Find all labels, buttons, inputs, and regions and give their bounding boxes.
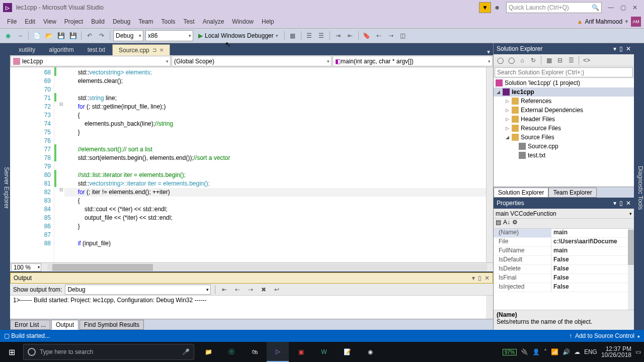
start-debugger-button[interactable]: ▶ Local Windows Debugger ▾ <box>195 32 281 39</box>
property-row[interactable]: IsDefaultFalse <box>494 256 634 265</box>
uncomment-icon[interactable]: ☰ <box>316 31 327 41</box>
wifi-icon[interactable]: 📶 <box>551 348 558 355</box>
power-icon[interactable]: 🔌 <box>521 348 528 355</box>
notifications-icon[interactable]: ▭ <box>635 348 641 355</box>
user-name[interactable]: Arif Mahmood <box>585 18 622 25</box>
properties-header[interactable]: Properties ▾▯✕ <box>494 198 634 209</box>
menu-edit[interactable]: Edit <box>21 17 39 26</box>
minimize-button[interactable]: — <box>605 2 617 13</box>
new-item-icon[interactable]: 📄 <box>32 31 42 41</box>
out-icon-2[interactable]: ⇠ <box>232 285 243 295</box>
user-avatar[interactable]: AM <box>631 17 641 27</box>
start-button[interactable]: ⊞ <box>0 342 23 362</box>
fold-column[interactable]: ⊟⊟ <box>58 67 64 262</box>
menu-project[interactable]: Project <box>60 17 87 26</box>
source-control-button[interactable]: Add to Source Control <box>575 332 634 339</box>
property-scrollbar[interactable] <box>628 229 634 310</box>
menu-test[interactable]: Test <box>180 17 199 26</box>
solution-node[interactable]: Solution 'lec1cpp' (1 project) <box>494 78 634 87</box>
clock[interactable]: 12:37 PM10/26/2018 <box>601 346 631 358</box>
nav-scope-select[interactable]: (Global Scope) <box>172 56 332 66</box>
quick-launch-input[interactable]: Quick Launch (Ctrl+Q) 🔍 <box>506 2 602 13</box>
bm-prev-icon[interactable]: ⇠ <box>374 31 384 41</box>
save-all-icon[interactable]: 💾 <box>68 31 78 41</box>
source-files-node[interactable]: ◢Source Files <box>494 133 634 142</box>
publish-icon[interactable]: ↑ <box>569 332 572 339</box>
code-content[interactable]: std::vectorstring> elements; elements.cl… <box>64 67 486 262</box>
property-grid[interactable]: (Name)mainFilec:\Users\aarif\DocumeFullN… <box>494 229 634 310</box>
comment-icon[interactable]: ☰ <box>304 31 314 41</box>
prop-page-icon[interactable]: ⚙ <box>512 219 518 228</box>
prop-cat-icon[interactable]: ▤ <box>496 219 501 228</box>
platform-select[interactable]: x86 <box>145 30 193 41</box>
feedback-icon[interactable]: ☻ <box>491 2 503 13</box>
code-editor[interactable]: 6869707172737475767778798081828384858687… <box>10 67 493 262</box>
se-tab[interactable]: Solution Explorer <box>494 188 548 198</box>
visualstudio-app[interactable]: ▷ <box>267 342 289 362</box>
property-row[interactable]: FullNamemain <box>494 247 634 256</box>
tree-file[interactable]: test.txt <box>494 151 634 160</box>
project-node[interactable]: ◢lec1cpp <box>494 87 634 97</box>
se-code-icon[interactable]: <> <box>582 56 591 65</box>
editor-scrollbar[interactable] <box>486 67 493 262</box>
panel-close-icon[interactable]: ✕ <box>485 275 490 282</box>
open-file-icon[interactable]: 📂 <box>44 31 54 41</box>
redo-icon[interactable]: ↷ <box>97 31 107 41</box>
se-pin-icon[interactable]: ▯ <box>619 45 623 52</box>
tab-source-cpp[interactable]: Source.cpp⊐✕ <box>112 44 170 55</box>
configuration-select[interactable]: Debug <box>113 30 143 41</box>
lang-icon[interactable]: ENG <box>584 348 597 355</box>
notification-filter-button[interactable]: ▼ <box>479 2 491 13</box>
out-icon-1[interactable]: ⇤ <box>219 285 229 295</box>
taskbar-search[interactable]: Type here to search 🎤 <box>23 344 194 360</box>
tab-test-txt[interactable]: test.txt <box>81 44 112 55</box>
menu-help[interactable]: Help <box>258 17 278 26</box>
nav-back-icon[interactable]: ◉ <box>3 31 13 41</box>
bm-clear-icon[interactable]: ◫ <box>398 31 408 41</box>
menu-tools[interactable]: Tools <box>157 17 180 26</box>
onedrive-icon[interactable]: ☁ <box>574 348 580 355</box>
edge-app[interactable]: ⓔ <box>220 342 243 362</box>
tree-node[interactable]: ▷References <box>494 97 634 106</box>
se-search-input[interactable] <box>495 67 633 77</box>
mic-icon[interactable]: 🎤 <box>182 348 190 355</box>
chevron-up-icon[interactable]: ▴ <box>637 333 640 338</box>
bottom-tab-output[interactable]: Output <box>51 320 78 330</box>
menu-analyze[interactable]: Analyze <box>199 17 228 26</box>
restore-button[interactable]: ▢ <box>617 2 629 13</box>
tree-node[interactable]: ▷Resource Files <box>494 124 634 133</box>
prop-dropdown-icon[interactable]: ▾ <box>613 200 616 207</box>
se-close-icon[interactable]: ✕ <box>626 45 631 52</box>
se-collapse-icon[interactable]: ⊟ <box>555 56 565 65</box>
tree-file[interactable]: Source.cpp <box>494 142 634 151</box>
prop-az-icon[interactable]: A↓ <box>503 219 510 228</box>
bm-next-icon[interactable]: ⇢ <box>386 31 396 41</box>
nav-project-select[interactable]: lec1cpp <box>11 56 171 66</box>
acrobat-app[interactable]: ▣ <box>290 342 312 362</box>
solution-explorer-header[interactable]: Solution Explorer ▾▯✕ <box>494 43 634 54</box>
se-fwd-icon[interactable]: ◯ <box>507 56 516 65</box>
explorer-app[interactable]: 📁 <box>197 342 219 362</box>
tree-node[interactable]: ▷Header Files <box>494 115 634 124</box>
property-row[interactable]: Filec:\Users\aarif\Docume <box>494 238 634 247</box>
tree-node[interactable]: ▷External Dependencies <box>494 106 634 115</box>
output-header[interactable]: Output ▾ ▯ ✕ <box>10 273 493 284</box>
bookmark-icon[interactable]: 🔖 <box>362 31 372 41</box>
se-back-icon[interactable]: ◯ <box>496 56 505 65</box>
menu-window[interactable]: Window <box>228 17 258 26</box>
chevron-down-icon[interactable]: ▼ <box>624 19 629 24</box>
panel-dropdown-icon[interactable]: ▾ <box>472 275 475 282</box>
solution-tree[interactable]: Solution 'lec1cpp' (1 project) ◢lec1cpp … <box>494 78 634 187</box>
se-home-icon[interactable]: ⌂ <box>518 56 527 65</box>
battery-icon[interactable]: 97% <box>503 349 517 355</box>
clear-output-icon[interactable]: ✖ <box>259 285 269 295</box>
diagnostic-tools-rail[interactable]: Diagnostic Tools <box>634 43 644 330</box>
property-row[interactable]: IsFinalFalse <box>494 274 634 283</box>
menu-view[interactable]: View <box>39 17 60 26</box>
system-tray[interactable]: 97% 🔌 👤 ˄ 📶 🔊 ☁ ENG 12:37 PM10/26/2018 ▭ <box>503 346 644 358</box>
se-showall-icon[interactable]: ▦ <box>544 56 553 65</box>
close-button[interactable]: ✕ <box>629 2 641 13</box>
tray-up-icon[interactable]: ˄ <box>544 348 547 355</box>
out-icon-3[interactable]: ⇢ <box>246 285 256 295</box>
panel-pin-icon[interactable]: ▯ <box>478 275 481 282</box>
